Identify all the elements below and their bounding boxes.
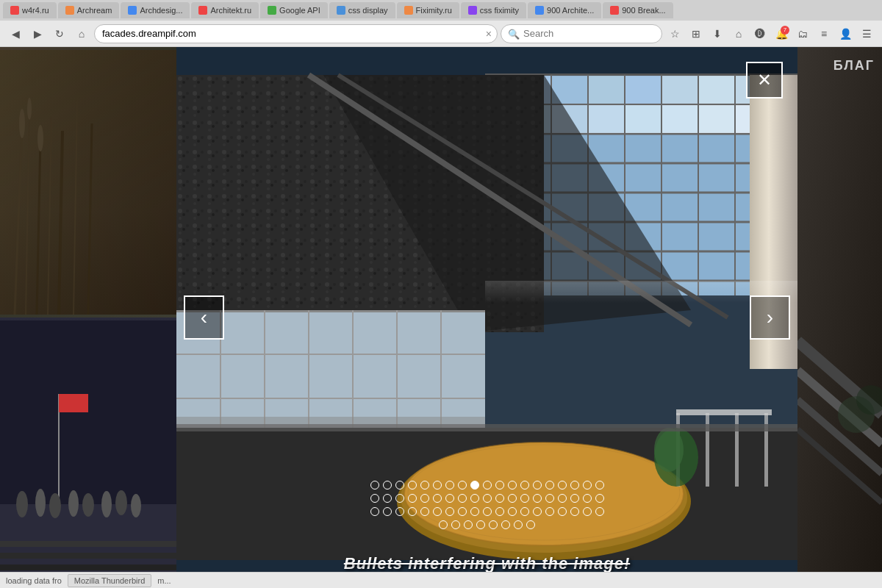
- dot-4-7[interactable]: [526, 520, 535, 529]
- dot-2-3[interactable]: [408, 494, 417, 503]
- dot-4-0[interactable]: [439, 520, 448, 529]
- prev-button[interactable]: ‹: [184, 295, 224, 340]
- close-button[interactable]: ✕: [746, 62, 783, 98]
- dot-3-15[interactable]: [558, 507, 567, 516]
- dot-3-18[interactable]: [595, 507, 604, 516]
- tab-3[interactable]: Archdesig...: [121, 2, 190, 18]
- extension-icon-3[interactable]: 🗂: [793, 24, 812, 43]
- dot-3-16[interactable]: [570, 507, 579, 516]
- star-icon[interactable]: ☆: [665, 24, 684, 43]
- tab-1[interactable]: w4r4.ru: [3, 2, 57, 18]
- dot-2-8[interactable]: [470, 494, 479, 503]
- dot-4-5[interactable]: [501, 520, 510, 529]
- bookmark-icon[interactable]: ⊞: [686, 24, 706, 43]
- tab-8[interactable]: css fiximity: [461, 2, 526, 18]
- dot-2-14[interactable]: [545, 494, 554, 503]
- svg-point-17: [35, 489, 46, 517]
- dot-2-7[interactable]: [458, 494, 467, 503]
- dot-4-2[interactable]: [464, 520, 473, 529]
- dot-3-14[interactable]: [545, 507, 554, 516]
- dot-3-5[interactable]: [433, 507, 442, 516]
- dot-3-7[interactable]: [458, 507, 467, 516]
- extension-icon-1[interactable]: 🅓: [750, 24, 770, 43]
- dot-3-13[interactable]: [533, 507, 542, 516]
- dot-3-2[interactable]: [395, 507, 404, 516]
- dot-3-17[interactable]: [583, 507, 592, 516]
- address-close-icon[interactable]: ×: [486, 28, 492, 40]
- address-input[interactable]: [94, 24, 498, 43]
- dot-2-6[interactable]: [445, 494, 454, 503]
- dot-1-4[interactable]: [420, 481, 429, 490]
- home-icon2[interactable]: ⌂: [729, 24, 748, 43]
- tab-10[interactable]: 900 Break...: [603, 2, 673, 18]
- back-button[interactable]: ◀: [6, 24, 25, 43]
- dot-1-11[interactable]: [508, 481, 517, 490]
- dot-1-5[interactable]: [433, 481, 442, 490]
- dot-3-0[interactable]: [370, 507, 379, 516]
- dot-1-14[interactable]: [545, 481, 554, 490]
- next-button[interactable]: ›: [750, 295, 790, 340]
- taskbar-thunderbird[interactable]: Mozilla Thunderbird: [68, 574, 151, 587]
- dot-1-9[interactable]: [483, 481, 492, 490]
- menu-icon[interactable]: ☰: [857, 24, 876, 43]
- svg-point-18: [49, 493, 61, 518]
- dot-1-8-active[interactable]: [470, 481, 479, 490]
- dot-2-17[interactable]: [583, 494, 592, 503]
- dot-1-13[interactable]: [533, 481, 542, 490]
- extension-icon-2[interactable]: 🔔 7: [772, 24, 791, 43]
- tab-7[interactable]: Fiximity.ru: [397, 2, 459, 18]
- dot-2-11[interactable]: [508, 494, 517, 503]
- dot-1-3[interactable]: [408, 481, 417, 490]
- dot-1-7[interactable]: [458, 481, 467, 490]
- tab-2[interactable]: Archream: [58, 2, 120, 18]
- tab-6[interactable]: css display: [329, 2, 395, 18]
- dot-1-0[interactable]: [370, 481, 379, 490]
- dot-2-1[interactable]: [383, 494, 392, 503]
- dot-3-4[interactable]: [420, 507, 429, 516]
- dot-3-10[interactable]: [495, 507, 504, 516]
- dot-1-2[interactable]: [395, 481, 404, 490]
- dot-2-2[interactable]: [395, 494, 404, 503]
- dot-4-1[interactable]: [451, 520, 460, 529]
- dot-2-0[interactable]: [370, 494, 379, 503]
- dot-1-10[interactable]: [495, 481, 504, 490]
- dot-4-6[interactable]: [514, 520, 523, 529]
- dot-2-9[interactable]: [483, 494, 492, 503]
- profile-icon[interactable]: 👤: [836, 24, 855, 43]
- dot-2-10[interactable]: [495, 494, 504, 503]
- dot-2-13[interactable]: [533, 494, 542, 503]
- dot-3-3[interactable]: [408, 507, 417, 516]
- dot-2-15[interactable]: [558, 494, 567, 503]
- tab-5[interactable]: Google API: [260, 2, 328, 18]
- dot-1-17[interactable]: [583, 481, 592, 490]
- dot-1-1[interactable]: [383, 481, 392, 490]
- tab-4[interactable]: Architekt.ru: [191, 2, 259, 18]
- dot-3-6[interactable]: [445, 507, 454, 516]
- home-button[interactable]: ⌂: [72, 24, 91, 43]
- dot-row-1: [370, 481, 604, 490]
- dot-1-6[interactable]: [445, 481, 454, 490]
- dot-2-5[interactable]: [433, 494, 442, 503]
- dot-3-12[interactable]: [520, 507, 529, 516]
- dot-1-16[interactable]: [570, 481, 579, 490]
- dot-4-3[interactable]: [476, 520, 485, 529]
- dot-2-4[interactable]: [420, 494, 429, 503]
- dot-2-16[interactable]: [570, 494, 579, 503]
- dot-2-12[interactable]: [520, 494, 529, 503]
- dot-1-12[interactable]: [520, 481, 529, 490]
- extension-icon-4[interactable]: ≡: [814, 24, 833, 43]
- dot-1-15[interactable]: [558, 481, 567, 490]
- reload-button[interactable]: ↻: [50, 24, 69, 43]
- dot-4-4[interactable]: [489, 520, 498, 529]
- forward-button[interactable]: ▶: [28, 24, 47, 43]
- dot-3-1[interactable]: [383, 507, 392, 516]
- dot-3-9[interactable]: [483, 507, 492, 516]
- dot-3-11[interactable]: [508, 507, 517, 516]
- bg-top-image: [0, 47, 176, 318]
- dot-2-18[interactable]: [595, 494, 604, 503]
- download-icon[interactable]: ⬇: [708, 24, 727, 43]
- dot-1-18[interactable]: [595, 481, 604, 490]
- tab-9[interactable]: 900 Archite...: [528, 2, 601, 18]
- search-input[interactable]: [501, 24, 662, 43]
- dot-3-8[interactable]: [470, 507, 479, 516]
